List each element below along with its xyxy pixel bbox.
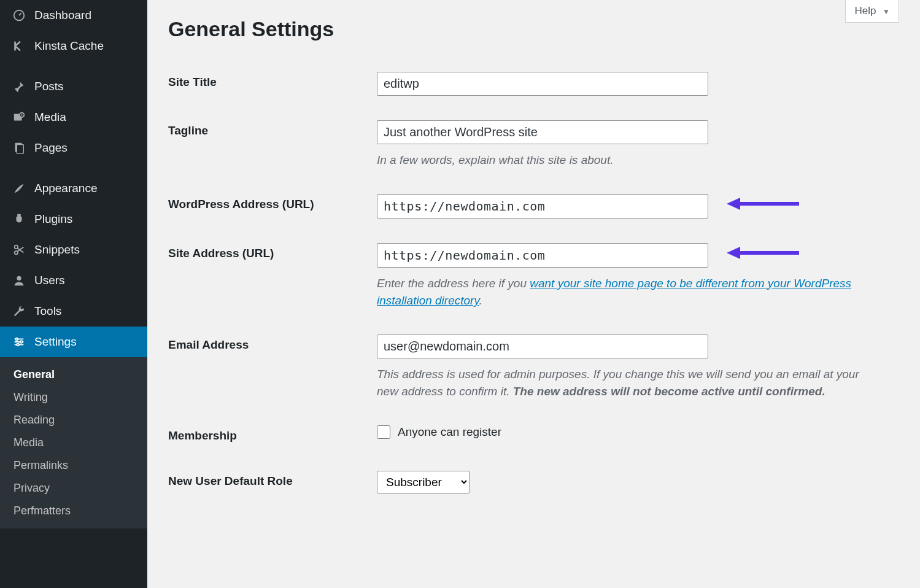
site-url-description: Enter the address here if you want your …: [377, 275, 880, 310]
site-title-input[interactable]: [377, 72, 708, 96]
sidebar-item-label: Snippets: [34, 243, 80, 257]
sidebar-item-appearance[interactable]: Appearance: [0, 173, 147, 204]
site-url-desc-text: Enter the address here if you: [377, 277, 530, 290]
default-role-select[interactable]: Subscriber: [377, 471, 470, 493]
svg-rect-4: [17, 145, 23, 154]
submenu-item-writing[interactable]: Writing: [0, 386, 147, 409]
sidebar-item-label: Media: [34, 110, 66, 124]
sidebar-item-snippets[interactable]: Snippets: [0, 234, 147, 265]
sidebar-item-label: Appearance: [34, 182, 97, 195]
sidebar-item-tools[interactable]: Tools: [0, 296, 147, 327]
sidebar-item-label: Posts: [34, 80, 64, 93]
dashboard-icon: [11, 7, 27, 23]
sidebar-item-label: Dashboard: [34, 9, 91, 22]
sidebar-item-posts[interactable]: Posts: [0, 71, 147, 102]
membership-checkbox-label: Anyone can register: [398, 425, 501, 439]
help-label: Help: [854, 5, 876, 17]
sidebar-separator: [0, 61, 147, 71]
submenu-item-media[interactable]: Media: [0, 431, 147, 454]
scissors-icon: [11, 242, 27, 258]
help-tab[interactable]: Help ▼: [845, 0, 899, 23]
submenu-item-general[interactable]: General: [0, 363, 147, 386]
page-title: General Settings: [168, 17, 899, 41]
sidebar-item-label: Plugins: [34, 212, 72, 226]
settings-content: Help ▼ General Settings Site Title Tagli…: [147, 0, 920, 588]
svg-marker-12: [727, 198, 740, 210]
site-url-input[interactable]: [377, 243, 708, 268]
sidebar-item-plugins[interactable]: Plugins: [0, 204, 147, 234]
submenu-item-perfmatters[interactable]: Perfmatters: [0, 500, 147, 522]
svg-point-10: [17, 344, 19, 346]
default-role-label: New User Default Role: [168, 458, 377, 506]
email-description: This address is used for admin purposes.…: [377, 366, 880, 401]
brush-icon: [11, 180, 27, 196]
svg-point-7: [17, 276, 21, 280]
site-url-desc-text-end: .: [479, 294, 482, 307]
sidebar-separator: [0, 163, 147, 173]
svg-point-9: [20, 341, 23, 343]
settings-submenu: General Writing Reading Media Permalinks…: [0, 357, 147, 528]
email-desc-strong: The new address will not become active u…: [513, 385, 825, 398]
wrench-icon: [11, 303, 27, 319]
tagline-input[interactable]: [377, 120, 708, 144]
admin-sidebar: Dashboard Kinsta Cache Posts Media Page: [0, 0, 147, 588]
sidebar-item-label: Kinsta Cache: [34, 39, 104, 53]
plug-icon: [11, 211, 27, 227]
sidebar-item-label: Settings: [34, 335, 77, 349]
tagline-description: In a few words, explain what this site i…: [377, 152, 880, 169]
submenu-item-reading[interactable]: Reading: [0, 409, 147, 431]
kinsta-icon: [11, 38, 27, 54]
submenu-item-permalinks[interactable]: Permalinks: [0, 454, 147, 477]
user-icon: [11, 273, 27, 288]
tagline-label: Tagline: [168, 108, 377, 182]
sliders-icon: [11, 334, 27, 350]
submenu-item-privacy[interactable]: Privacy: [0, 477, 147, 500]
svg-point-8: [16, 338, 18, 341]
site-title-label: Site Title: [168, 60, 377, 108]
sidebar-item-users[interactable]: Users: [0, 265, 147, 296]
email-input[interactable]: [377, 335, 708, 358]
sidebar-item-label: Users: [34, 274, 65, 287]
sidebar-item-label: Tools: [34, 304, 61, 318]
chevron-down-icon: ▼: [883, 7, 890, 16]
wp-url-input[interactable]: [377, 194, 708, 219]
sidebar-item-settings[interactable]: Settings: [0, 327, 147, 357]
annotation-arrow-icon: [727, 195, 800, 212]
membership-label: Membership: [168, 413, 377, 458]
membership-checkbox-row[interactable]: Anyone can register: [377, 425, 899, 439]
pin-icon: [11, 79, 27, 95]
sidebar-item-media[interactable]: Media: [0, 102, 147, 133]
sidebar-item-dashboard[interactable]: Dashboard: [0, 0, 147, 31]
sidebar-item-pages[interactable]: Pages: [0, 133, 147, 163]
site-url-label: Site Address (URL): [168, 231, 377, 322]
membership-checkbox[interactable]: [377, 425, 390, 439]
svg-marker-14: [727, 247, 740, 259]
wp-url-label: WordPress Address (URL): [168, 182, 377, 231]
sidebar-item-kinsta-cache[interactable]: Kinsta Cache: [0, 31, 147, 61]
annotation-arrow-icon: [727, 244, 800, 261]
sidebar-item-label: Pages: [34, 141, 68, 155]
pages-icon: [11, 140, 27, 156]
media-icon: [11, 109, 27, 125]
email-label: Email Address: [168, 322, 377, 413]
